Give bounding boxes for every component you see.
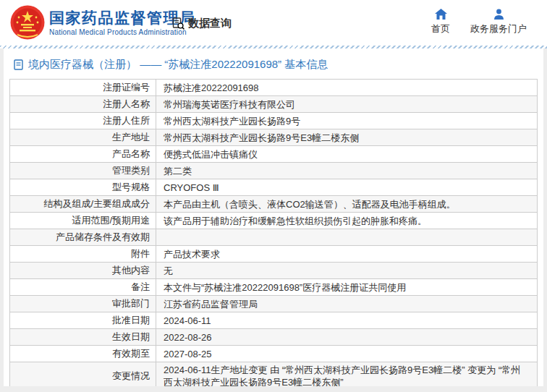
row-label: 适用范围/预期用途: [10, 213, 156, 229]
registration-detail-table: 注册证编号苏械注准20222091698 注册人名称常州瑞海英诺医疗科技有限公司…: [9, 79, 538, 386]
row-label: 型号规格: [10, 179, 156, 195]
row-label: 产品储存条件及有效期: [10, 229, 156, 245]
row-value: 产品技术要求: [156, 246, 537, 262]
row-value: [156, 229, 537, 245]
row-value: 第二类: [156, 163, 537, 179]
home-icon: [435, 9, 447, 20]
row-label: 结构及组成/主要组成成分: [10, 196, 156, 212]
table-row: 其他内容无: [10, 263, 537, 279]
table-row: 生产地址常州西太湖科技产业园长扬路9号E3幢二楼东侧: [10, 129, 537, 146]
national-emblem-logo: [10, 5, 45, 40]
table-row: 结构及组成/主要组成成分本产品由主机（含喷头、液体CO2输送管）、适配器及电池手…: [10, 196, 537, 213]
document-icon: [14, 59, 23, 70]
row-value: 2027-08-25: [156, 346, 537, 362]
nav-portal-label: 政务服务门户: [470, 22, 527, 35]
person-icon: [493, 9, 504, 20]
table-row: 变更情况2024-06-11生产地址变更 由 “常州西太湖科技产业园长扬路9号E…: [10, 362, 537, 386]
row-label: 审批部门: [10, 296, 156, 312]
data-query-label: 数据查询: [188, 17, 232, 30]
table-row: 有效期至2027-08-25: [10, 346, 537, 362]
table-row: 注册人住所常州西太湖科技产业园长扬路9号: [10, 113, 537, 129]
content-area: 境内医疗器械（注册） —— “苏械注准20222091698” 基本信息 注册证…: [0, 48, 547, 392]
table-row: 审批部门江苏省药品监督管理局: [10, 296, 537, 312]
content-panel: 境内医疗器械（注册） —— “苏械注准20222091698” 基本信息 注册证…: [4, 48, 543, 386]
row-label: 其他内容: [10, 263, 156, 278]
row-label: 管理类别: [10, 163, 156, 179]
row-value: 本产品由主机（含喷头、液体CO2输送管）、适配器及电池手柄组成。: [156, 196, 537, 212]
row-value: 无: [156, 263, 537, 278]
row-label: 附件: [10, 246, 156, 262]
row-label: 注册证编号: [10, 80, 156, 95]
row-value: 该产品用于辅助治疗和缓解急性软组织损伤引起的肿胀和疼痛。: [156, 213, 537, 229]
table-row: 产品储存条件及有效期: [10, 229, 537, 246]
row-value: 江苏省药品监督管理局: [156, 296, 537, 312]
row-label: 变更情况: [10, 362, 156, 386]
row-label: 注册人名称: [10, 96, 156, 112]
row-label: 生产地址: [10, 129, 156, 145]
table-row: 注册证编号苏械注准20222091698: [10, 80, 537, 96]
row-label: 注册人住所: [10, 113, 156, 129]
row-value: 本文件与“苏械注准20222091698”医疗器械注册证共同使用: [156, 279, 537, 295]
document-search-icon: [171, 17, 185, 30]
table-row: 适用范围/预期用途该产品用于辅助治疗和缓解急性软组织损伤引起的肿胀和疼痛。: [10, 213, 537, 229]
row-value: 常州西太湖科技产业园长扬路9号E3幢二楼东侧: [156, 129, 537, 145]
row-value: 苏械注准20222091698: [156, 80, 537, 95]
row-value: 2022-08-26: [156, 329, 537, 345]
row-label: 有效期至: [10, 346, 156, 362]
row-label: 批准日期: [10, 312, 156, 328]
nav-portal[interactable]: 政务服务门户: [470, 9, 527, 35]
table-row: 管理类别第二类: [10, 163, 537, 179]
row-value: 2024-06-11: [156, 312, 537, 328]
table-row: 产品名称便携式低温冲击镇痛仪: [10, 146, 537, 163]
table-row: 附件产品技术要求: [10, 246, 537, 263]
row-value: 便携式低温冲击镇痛仪: [156, 146, 537, 162]
row-value: 2024-06-11生产地址变更 由 “常州西太湖科技产业园长扬路9号E3幢二楼…: [156, 362, 537, 386]
row-label: 生效日期: [10, 329, 156, 345]
nav-home-label: 首页: [431, 22, 450, 35]
table-row: 备注本文件与“苏械注准20222091698”医疗器械注册证共同使用: [10, 279, 537, 296]
nav-home[interactable]: 首页: [431, 9, 450, 35]
table-row: 生效日期2022-08-26: [10, 329, 537, 346]
row-value: CRYOFOS Ⅲ: [156, 179, 537, 195]
row-label: 产品名称: [10, 146, 156, 162]
top-navigation: 首页 政务服务门户: [431, 9, 527, 35]
row-label: 备注: [10, 279, 156, 295]
table-row: 注册人名称常州瑞海英诺医疗科技有限公司: [10, 96, 537, 113]
table-row: 型号规格CRYOFOS Ⅲ: [10, 179, 537, 196]
breadcrumb: 境内医疗器械（注册） —— “苏械注准20222091698” 基本信息: [9, 48, 538, 79]
row-value: 常州瑞海英诺医疗科技有限公司: [156, 96, 537, 112]
site-header: 国家药品监督管理局 National Medical Products Admi…: [0, 0, 547, 46]
data-query-menu[interactable]: 数据查询: [171, 17, 232, 30]
table-row: 批准日期2024-06-11: [10, 312, 537, 329]
row-value: 常州西太湖科技产业园长扬路9号: [156, 113, 537, 129]
page-title: 境内医疗器械（注册） —— “苏械注准20222091698” 基本信息: [28, 58, 328, 72]
